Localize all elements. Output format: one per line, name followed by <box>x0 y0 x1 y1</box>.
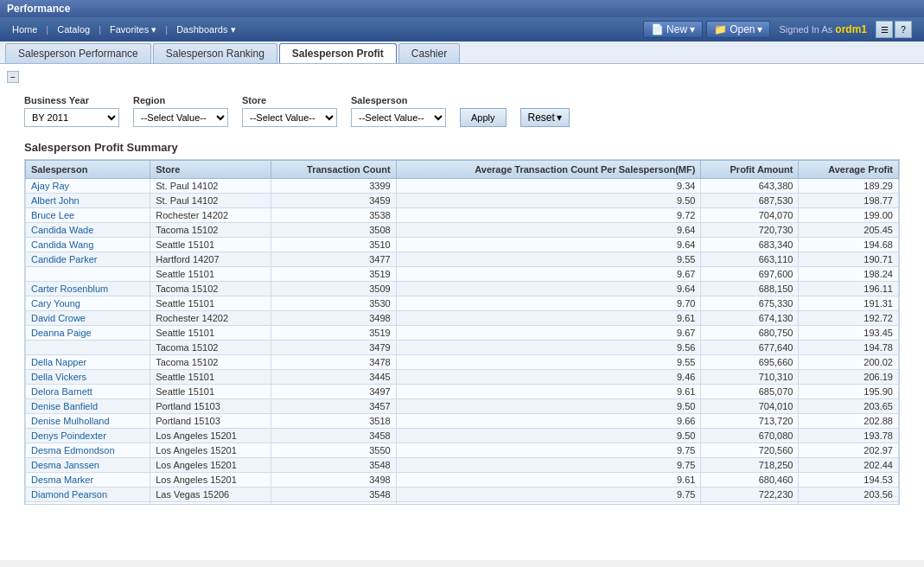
cell-avg-profit: 198.77 <box>799 194 899 208</box>
tab-salesperson-performance[interactable]: Salesperson Performance <box>5 43 151 63</box>
help-icon[interactable]: ? <box>895 21 912 38</box>
reset-button[interactable]: Reset ▾ <box>520 108 570 127</box>
cell-salesperson[interactable]: Della Napper <box>26 355 150 370</box>
cell-avg-profit: 194.53 <box>799 473 899 487</box>
cell-profit: 704,010 <box>701 399 799 414</box>
cell-store: Portland 15103 <box>150 414 271 429</box>
collapse-button[interactable]: − <box>7 71 19 83</box>
cell-salesperson[interactable]: Cary Young <box>26 296 150 311</box>
store-select[interactable]: --Select Value-- <box>242 108 337 127</box>
col-header-salesperson: Salesperson <box>26 161 150 179</box>
cell-avg-tx: 9.55 <box>396 355 701 370</box>
table-row: Denise BanfieldPortland 1510334579.50704… <box>26 399 899 414</box>
business-year-select[interactable]: BY 2011 <box>24 108 119 127</box>
table-row: Seattle 1510135199.67697,600198.24 <box>26 267 899 282</box>
cell-salesperson[interactable]: Candide Parker <box>26 252 150 267</box>
cell-tx-count: 3459 <box>271 194 396 208</box>
tab-salesperson-profit[interactable]: Salesperson Profit <box>279 43 397 63</box>
cell-avg-tx: 9.75 <box>396 443 701 458</box>
cell-salesperson[interactable]: Desma Janssen <box>26 458 150 473</box>
cell-salesperson[interactable]: Albert John <box>26 194 150 208</box>
cell-store: Los Angeles 15201 <box>150 458 271 473</box>
app-title: Performance <box>7 3 70 15</box>
cell-store: Seattle 15101 <box>150 370 271 385</box>
cell-avg-tx: 9.61 <box>396 311 701 326</box>
cell-salesperson[interactable]: Della Vickers <box>26 370 150 385</box>
nav-home[interactable]: Home <box>7 22 42 36</box>
cell-avg-tx: 9.46 <box>396 370 701 385</box>
table-row: Candide ParkerHartford 1420734779.55663,… <box>26 252 899 267</box>
col-header-avg-profit: Average Profit <box>799 161 899 179</box>
cell-salesperson <box>26 267 150 282</box>
col-header-store: Store <box>150 161 271 179</box>
cell-avg-profit: 195.90 <box>799 385 899 399</box>
store-label: Store <box>242 95 337 105</box>
cell-salesperson[interactable]: Dina Landolt <box>26 502 150 506</box>
cell-salesperson[interactable]: Denys Poindexter <box>26 429 150 443</box>
cell-tx-count: 3498 <box>271 473 396 487</box>
cell-profit: 663,110 <box>701 252 799 267</box>
cell-avg-tx: 9.50 <box>396 399 701 414</box>
cell-store: Rochester 14202 <box>150 311 271 326</box>
cell-salesperson[interactable]: Delora Barnett <box>26 385 150 399</box>
cell-avg-profit: 203.65 <box>799 399 899 414</box>
table-row: Deanna PaigeSeattle 1510135199.67680,750… <box>26 326 899 341</box>
region-select[interactable]: --Select Value-- <box>133 108 228 127</box>
cell-tx-count: 3519 <box>271 326 396 341</box>
table-row: Dina LandoltHartford 1420735179.66714,62… <box>26 502 899 506</box>
tab-salesperson-ranking[interactable]: Salesperson Ranking <box>153 43 277 63</box>
col-header-profit: Profit Amount <box>701 161 799 179</box>
cell-profit: 670,080 <box>701 429 799 443</box>
cell-salesperson[interactable]: Desma Edmondson <box>26 443 150 458</box>
app-title-bar: Performance <box>0 0 924 17</box>
cell-salesperson[interactable]: David Crowe <box>26 311 150 326</box>
region-filter: Region --Select Value-- <box>133 95 228 127</box>
open-button[interactable]: 📁 Open ▾ <box>706 21 770 38</box>
cell-salesperson[interactable]: Candida Wang <box>26 238 150 252</box>
cell-tx-count: 3538 <box>271 208 396 223</box>
cell-salesperson[interactable]: Candida Wade <box>26 223 150 238</box>
data-table-wrapper: Salesperson Store Transaction Count Aver… <box>24 159 900 505</box>
cell-avg-tx: 9.66 <box>396 414 701 429</box>
nav-dashboards[interactable]: Dashboards ▾ <box>171 22 240 37</box>
cell-tx-count: 3508 <box>271 223 396 238</box>
cell-avg-profit: 193.78 <box>799 429 899 443</box>
cell-avg-tx: 9.75 <box>396 458 701 473</box>
cell-salesperson[interactable]: Denise Mulholland <box>26 414 150 429</box>
cell-tx-count: 3550 <box>271 443 396 458</box>
settings-icon[interactable]: ☰ <box>876 21 893 38</box>
cell-salesperson[interactable]: Deanna Paige <box>26 326 150 341</box>
cell-profit: 718,250 <box>701 458 799 473</box>
cell-profit: 722,230 <box>701 487 799 502</box>
content-area: − Business Year BY 2011 Region --Select … <box>0 64 924 560</box>
nav-left: Home | Catalog | Favorites ▾ | Dashboard… <box>7 22 640 37</box>
cell-store: Hartford 14207 <box>150 502 271 506</box>
new-button[interactable]: 📄 New ▾ <box>643 21 703 38</box>
summary-title: Salesperson Profit Summary <box>7 137 917 159</box>
table-row: Della VickersSeattle 1510134459.46710,31… <box>26 370 899 385</box>
tab-cashier[interactable]: Cashier <box>398 43 460 63</box>
nav-favorites[interactable]: Favorites ▾ <box>105 22 162 37</box>
cell-salesperson[interactable]: Carter Rosenblum <box>26 282 150 296</box>
cell-salesperson[interactable]: Ajay Ray <box>26 179 150 194</box>
cell-salesperson[interactable]: Diamond Pearson <box>26 487 150 502</box>
cell-profit: 680,750 <box>701 326 799 341</box>
cell-avg-profit: 192.72 <box>799 311 899 326</box>
table-row: Ajay RaySt. Paul 1410233999.34643,380189… <box>26 179 899 194</box>
salesperson-select[interactable]: --Select Value-- <box>351 108 446 127</box>
cell-profit: 643,380 <box>701 179 799 194</box>
cell-store: Los Angeles 15201 <box>150 443 271 458</box>
cell-avg-tx: 9.70 <box>396 296 701 311</box>
cell-avg-tx: 9.66 <box>396 502 701 506</box>
cell-profit: 674,130 <box>701 311 799 326</box>
cell-salesperson[interactable]: Desma Marker <box>26 473 150 487</box>
apply-button[interactable]: Apply <box>460 108 507 127</box>
cell-avg-tx: 9.67 <box>396 326 701 341</box>
cell-profit: 685,070 <box>701 385 799 399</box>
reset-chevron-icon: ▾ <box>557 111 562 124</box>
cell-salesperson[interactable]: Bruce Lee <box>26 208 150 223</box>
cell-store: Portland 15103 <box>150 399 271 414</box>
cell-avg-tx: 9.64 <box>396 282 701 296</box>
nav-catalog[interactable]: Catalog <box>52 22 95 36</box>
cell-salesperson[interactable]: Denise Banfield <box>26 399 150 414</box>
